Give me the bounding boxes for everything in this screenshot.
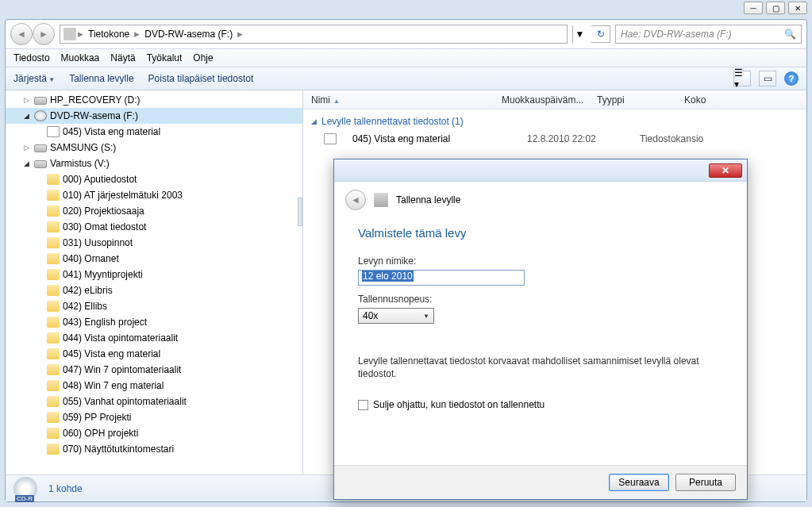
tree-item-label: 047) Win 7 opintomateriaalit	[63, 364, 181, 375]
dialog-buttons: Seuraava Peruuta	[334, 465, 747, 499]
breadcrumb[interactable]: ▶ Tietokone ▶ DVD-RW-asema (F:) ▶	[60, 25, 568, 44]
maximize-button[interactable]: ▢	[766, 2, 785, 14]
breadcrumb-current[interactable]: DVD-RW-asema (F:)	[140, 29, 237, 40]
checkbox-icon[interactable]	[358, 400, 368, 410]
dialog-back-button[interactable]: ◄	[345, 190, 366, 210]
tree-item[interactable]: ◢DVD-RW-asema (F:)	[6, 108, 302, 124]
folder-icon	[47, 380, 60, 391]
nav-tree[interactable]: ▷HP_RECOVERY (D:)◢DVD-RW-asema (F:)045) …	[6, 90, 303, 474]
col-type[interactable]: Tyyppi	[589, 94, 676, 106]
cancel-button[interactable]: Peruuta	[675, 474, 736, 491]
folder-icon	[47, 364, 60, 375]
tree-item-label: 030) Omat tiedostot	[63, 221, 146, 232]
tree-item[interactable]: 048) Win 7 eng material	[6, 378, 302, 394]
disc-name-input[interactable]: 12 elo 2010	[358, 270, 525, 286]
column-headers[interactable]: Nimi▲ Muokkauspäiväm... Tyyppi Koko	[303, 90, 806, 109]
tree-item-label: 010) AT järjestelmätuki 2003	[63, 190, 183, 201]
col-date[interactable]: Muokkauspäiväm...	[494, 94, 589, 106]
tree-item[interactable]: 041) Myyntiprojekti	[6, 267, 302, 282]
expand-icon[interactable]: ◢	[21, 112, 31, 120]
delete-temp-button[interactable]: Poista tilapäiset tiedostot	[148, 73, 254, 84]
col-size[interactable]: Koko	[676, 94, 740, 106]
tree-item[interactable]: 043) English project	[6, 314, 302, 330]
tree-item[interactable]: 055) Vanhat opintomateriaalit	[6, 394, 302, 409]
tree-item[interactable]: 059) PP Projekti	[6, 409, 302, 425]
tree-item[interactable]: 060) OPH projekti	[6, 425, 302, 441]
file-name: 045) Vista eng material	[352, 133, 511, 144]
menu-help[interactable]: Ohje	[193, 52, 213, 63]
tree-item-label: 040) Ornanet	[63, 253, 119, 264]
toolbar-right: ☰ ▾ ▭ ?	[733, 71, 799, 86]
breadcrumb-dropdown[interactable]: ▼	[572, 25, 587, 43]
tree-item[interactable]: 020) Projektiosaaja	[6, 203, 302, 219]
col-name[interactable]: Nimi▲	[303, 94, 494, 106]
forward-button[interactable]: ►	[33, 23, 55, 45]
minimize-button[interactable]: ─	[744, 2, 763, 14]
menu-file[interactable]: Tiedosto	[13, 52, 50, 63]
dialog-close-button[interactable]: ✕	[709, 163, 742, 178]
tree-item-label: Varmistus (V:)	[50, 158, 110, 169]
tree-item[interactable]: 042) eLibris	[6, 282, 302, 298]
menu-tools[interactable]: Työkalut	[147, 52, 183, 63]
tree-item-label: 043) English project	[63, 317, 147, 328]
tree-item[interactable]: 031) Uusopinnot	[6, 235, 302, 251]
close-wizard-checkbox-row[interactable]: Sulje ohjattu, kun tiedostot on tallenne…	[358, 399, 723, 410]
tree-item[interactable]: 045) Vista eng material	[6, 346, 302, 362]
back-button[interactable]: ◄	[10, 23, 33, 45]
folder-icon	[47, 205, 60, 217]
close-button[interactable]: ✕	[788, 2, 807, 14]
organize-button[interactable]: Järjestä	[13, 73, 55, 84]
tree-item[interactable]: 030) Omat tiedostot	[6, 219, 302, 235]
tree-item[interactable]: 045) Vista eng material	[6, 124, 302, 140]
tree-item[interactable]: 047) Win 7 opintomateriaalit	[6, 362, 302, 378]
tree-item-label: 000) Aputiedostot	[63, 174, 137, 185]
file-date: 12.8.2010 22:02	[527, 133, 624, 144]
nav-row: ◄ ► ▶ Tietokone ▶ DVD-RW-asema (F:) ▶ ▼ …	[6, 20, 806, 49]
folder-icon	[47, 348, 60, 359]
burn-button[interactable]: Tallenna levylle	[69, 73, 133, 84]
tree-item[interactable]: ▷SAMSUNG (S:)	[6, 140, 302, 156]
dialog-body: Valmistele tämä levy Levyn nimike: 12 el…	[334, 218, 747, 465]
tree-item[interactable]: 010) AT järjestelmätuki 2003	[6, 187, 302, 203]
expand-icon[interactable]: ◢	[21, 159, 31, 167]
tree-item[interactable]: 042) Ellibs	[6, 298, 302, 314]
tree-item[interactable]: ◢Varmistus (V:)	[6, 156, 302, 171]
tree-item-label: 045) Vista eng material	[63, 126, 160, 137]
speed-combo[interactable]: 40x	[358, 308, 434, 324]
folder-icon	[47, 396, 60, 407]
file-icon	[47, 126, 60, 137]
expand-icon[interactable]: ▷	[21, 144, 31, 152]
tree-item-label: 055) Vanhat opintomateriaalit	[63, 396, 187, 407]
drive-icon	[34, 144, 47, 152]
tree-item-label: 060) OPH projekti	[63, 428, 138, 439]
tree-item[interactable]: 040) Ornanet	[6, 251, 302, 267]
tree-item[interactable]: 000) Aputiedostot	[6, 171, 302, 187]
expand-icon[interactable]: ▷	[21, 96, 31, 104]
folder-icon	[47, 301, 60, 312]
view-options-button[interactable]: ☰ ▾	[733, 71, 751, 86]
folder-icon	[47, 412, 60, 423]
tree-item[interactable]: 044) Vista opintomateriaalit	[6, 330, 302, 346]
refresh-button[interactable]: ↻	[591, 25, 610, 43]
dvd-icon	[34, 110, 47, 121]
tree-item[interactable]: ▷HP_RECOVERY (D:)	[6, 92, 302, 108]
tree-item[interactable]: 070) Näyttötutkintomestari	[6, 441, 302, 457]
preview-pane-button[interactable]: ▭	[759, 71, 776, 86]
next-button[interactable]: Seuraava	[609, 474, 669, 491]
file-row[interactable]: 045) Vista eng material 12.8.2010 22:02 …	[306, 130, 803, 148]
file-icon	[324, 133, 337, 144]
splitter-handle[interactable]	[298, 198, 302, 226]
search-input[interactable]: Hae: DVD-RW-asema (F:) 🔍	[615, 25, 802, 44]
label-speed: Tallennusnopeus:	[358, 294, 723, 305]
help-icon[interactable]: ?	[784, 71, 799, 86]
chevron-right-icon: ▶	[237, 30, 243, 38]
nav-back-forward: ◄ ►	[10, 23, 55, 45]
menu-edit[interactable]: Muokkaa	[61, 52, 100, 63]
menu-view[interactable]: Näytä	[110, 52, 135, 63]
dialog-titlebar[interactable]: ✕	[334, 159, 747, 182]
label-disc-name: Levyn nimike:	[358, 255, 723, 267]
group-header[interactable]: ◢ Levylle tallennettavat tiedostot (1)	[306, 113, 803, 130]
breadcrumb-root[interactable]: Tietokone	[83, 29, 134, 40]
group-title: Levylle tallennettavat tiedostot (1)	[321, 116, 464, 127]
tree-item-label: 070) Näyttötutkintomestari	[63, 444, 174, 455]
